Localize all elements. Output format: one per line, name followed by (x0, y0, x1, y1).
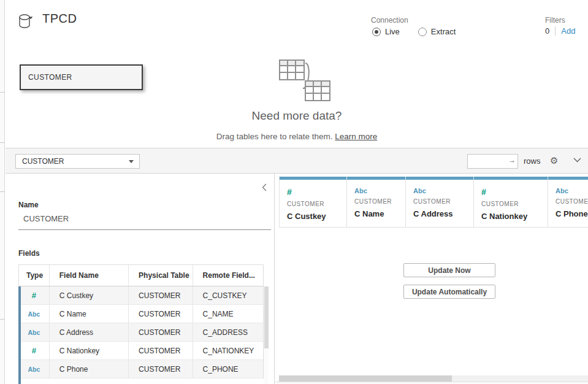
filters-count: 0 (545, 26, 549, 36)
field-cell: C Address (50, 323, 129, 341)
column-table-name: CUSTOMER (556, 198, 588, 205)
field-cell: CUSTOMER (129, 305, 193, 323)
column-field-name: C Custkey (287, 212, 346, 221)
grid-column-header[interactable]: AbcCUSTOMERC Phone (548, 177, 588, 227)
fields-column-header[interactable]: Physical Table (129, 265, 193, 286)
grid-column-header[interactable]: AbcCUSTOMERC Name (347, 177, 406, 227)
chevron-down-icon[interactable] (573, 158, 581, 163)
field-row[interactable]: AbcC NameCUSTOMERC_NAME (19, 305, 263, 323)
grid-column-header[interactable]: AbcCUSTOMERC Address (406, 177, 474, 227)
string-type-icon: Abc (354, 187, 405, 194)
data-grid-panel: #CUSTOMERC CustkeyAbcCUSTOMERC NameAbcCU… (275, 174, 588, 384)
grid-horizontal-scrollbar[interactable] (279, 375, 588, 382)
filters-group: Filters 0 Add (545, 16, 565, 25)
field-row[interactable]: #C CustkeyCUSTOMERC_CUSTKEY (19, 286, 263, 305)
relationship-canvas: CUSTOMER Need more data? Drag (6, 55, 588, 148)
number-type-icon: # (287, 187, 346, 197)
update-automatically-button[interactable]: Update Automatically (403, 285, 495, 299)
filters-divider (555, 26, 556, 36)
tables-relation-icon (267, 56, 331, 103)
fields-table-scrollbar[interactable] (264, 286, 269, 384)
column-table-name: CUSTOMER (354, 198, 405, 205)
field-row[interactable]: AbcC PhoneCUSTOMERC_PHONE (19, 360, 263, 378)
grid-column-header[interactable]: #CUSTOMERC Custkey (280, 177, 347, 227)
radio-option-extract[interactable]: Extract (418, 27, 456, 36)
column-field-name: C Nationkey (481, 212, 548, 221)
column-field-name: C Address (413, 209, 473, 218)
connection-group: Connection Live Extract (371, 16, 408, 25)
drag-tables-text: Drag tables here to relate them. (216, 132, 335, 141)
column-table-name: CUSTOMER (287, 201, 346, 207)
name-input-underline (18, 229, 271, 230)
field-cell: CUSTOMER (129, 323, 193, 341)
field-cell: C Phone (50, 360, 129, 378)
pane-tick (0, 142, 5, 143)
collapse-panel-icon[interactable] (262, 183, 267, 191)
dropdown-caret-icon (129, 160, 134, 163)
gear-icon[interactable]: ⚙ (550, 155, 558, 166)
fields-column-header[interactable]: Field Name (50, 265, 129, 286)
field-cell: C_NAME (193, 305, 263, 323)
fields-table-body: #C CustkeyCUSTOMERC_CUSTKEYAbcC NameCUST… (19, 286, 263, 378)
table-select-value: CUSTOMER (22, 157, 64, 166)
rows-label: rows (524, 156, 540, 166)
column-accent-bar (347, 177, 405, 180)
field-cell: C_ADDRESS (193, 323, 263, 341)
column-accent-bar (280, 177, 346, 180)
radio-option-live[interactable]: Live (372, 27, 400, 36)
update-now-button[interactable]: Update Now (403, 263, 495, 277)
fields-column-header[interactable]: Type (19, 265, 50, 286)
table-select-dropdown[interactable]: CUSTOMER (15, 154, 140, 169)
filters-label: Filters (545, 16, 565, 25)
column-field-name: C Phone (556, 209, 588, 218)
number-type-icon: # (481, 187, 548, 197)
field-cell: Abc (19, 360, 50, 378)
radio-live[interactable] (372, 28, 381, 36)
rows-arrow-icon[interactable]: → (508, 156, 516, 164)
datasource-title[interactable]: TPCD (42, 12, 77, 26)
database-icon[interactable] (18, 13, 39, 28)
string-type-icon: Abc (556, 187, 588, 194)
field-cell: C_CUSTKEY (193, 286, 263, 304)
string-type-icon: Abc (28, 329, 40, 336)
column-accent-bar (474, 177, 548, 180)
field-cell: C Nationkey (50, 342, 129, 359)
grid-toolbar: CUSTOMER → rows ⚙ (6, 148, 588, 174)
fields-table-header: TypeField NamePhysical TableRemote Field… (19, 265, 263, 286)
field-cell: C Name (50, 305, 129, 323)
grid-column-header[interactable]: #CUSTOMERC Nationkey (474, 177, 548, 227)
field-cell: C_PHONE (193, 360, 263, 378)
canvas-table-node-customer[interactable]: CUSTOMER (20, 64, 143, 90)
column-accent-bar (406, 177, 473, 180)
connection-label: Connection (371, 16, 408, 25)
fields-label: Fields (18, 249, 40, 258)
string-type-icon: Abc (413, 187, 473, 194)
drag-tables-hint: Drag tables here to relate them. Learn m… (6, 132, 588, 141)
column-accent-bar (548, 177, 588, 180)
learn-more-link[interactable]: Learn more (335, 132, 377, 141)
field-cell: CUSTOMER (129, 360, 193, 378)
need-more-data-title: Need more data? (6, 109, 588, 123)
grid-bottom-strip (275, 382, 588, 384)
string-type-icon: Abc (28, 366, 40, 373)
number-type-icon: # (32, 346, 36, 355)
pane-tick (0, 92, 5, 93)
field-cell: CUSTOMER (129, 342, 193, 359)
grid-header-divider (279, 227, 588, 228)
filters-add-link[interactable]: Add (561, 26, 575, 36)
pane-tick (0, 191, 5, 192)
string-type-icon: Abc (28, 310, 40, 318)
fields-column-header[interactable]: Remote Field... (193, 265, 263, 286)
field-cell: # (19, 342, 50, 359)
name-input[interactable] (23, 214, 271, 223)
number-type-icon: # (32, 291, 36, 300)
collapsed-pane-strip[interactable] (0, 0, 5, 384)
radio-extract[interactable] (418, 28, 427, 36)
field-row[interactable]: AbcC AddressCUSTOMERC_ADDRESS (19, 323, 263, 342)
field-cell: C Custkey (50, 286, 129, 304)
radio-extract-label: Extract (431, 27, 456, 36)
fields-table-scroll-thumb[interactable] (264, 286, 269, 348)
grid-horizontal-scroll-thumb[interactable] (279, 375, 452, 382)
field-row[interactable]: #C NationkeyCUSTOMERC_NATIONKEY (19, 342, 263, 360)
field-cell: # (19, 286, 50, 304)
